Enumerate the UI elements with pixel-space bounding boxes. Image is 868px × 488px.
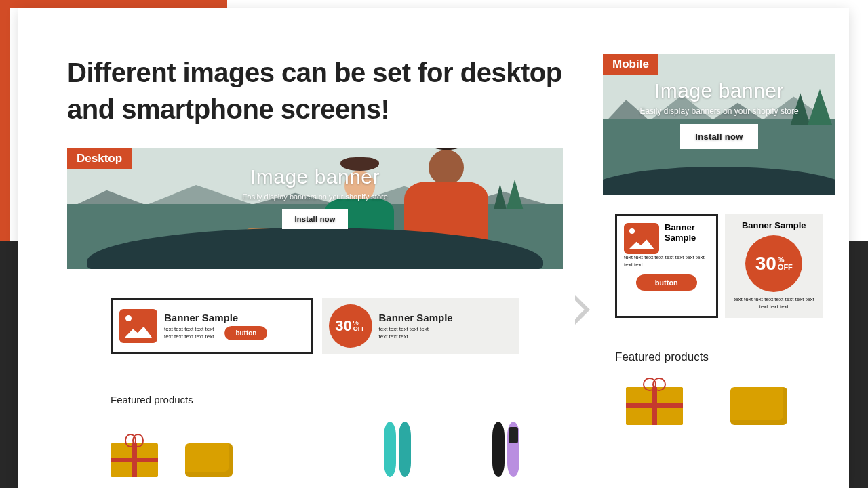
product-snowboards-1[interactable] xyxy=(384,422,411,477)
mobile-tag: Mobile xyxy=(603,54,658,75)
banner-a-button[interactable]: button xyxy=(636,274,697,291)
accent-stripe-top xyxy=(0,0,227,8)
product-gift[interactable] xyxy=(111,443,158,477)
discount-number: 30 xyxy=(755,253,776,274)
hero-subtitle: Easily display banners on your shopify s… xyxy=(176,192,454,201)
image-icon xyxy=(624,223,659,254)
product-row xyxy=(111,420,519,477)
image-icon xyxy=(119,309,157,343)
headline-text: Different images can be set for desktop … xyxy=(67,54,569,127)
hero-subtitle: Easily display banners on your shopify s… xyxy=(603,106,835,116)
banner-b-title: Banner Sample xyxy=(732,221,817,231)
banner-a-body: text text text text text text text text … xyxy=(624,254,709,269)
hero-boat xyxy=(603,167,835,195)
svg-marker-7 xyxy=(575,295,590,325)
featured-heading: Featured products xyxy=(111,394,519,405)
banner-b-title: Banner Sample xyxy=(379,312,513,323)
product-soap[interactable] xyxy=(185,443,233,477)
banner-sample-a[interactable]: Banner Sample text text text text text t… xyxy=(111,298,313,354)
svg-marker-5 xyxy=(494,184,507,209)
content-card: Different images can be set for desktop … xyxy=(18,8,849,488)
banner-sample-row-mobile: Banner Sample text text text text text t… xyxy=(615,214,823,318)
accent-stripe-left xyxy=(0,8,10,241)
hero-install-button[interactable]: Install now xyxy=(282,209,347,229)
svg-marker-6 xyxy=(507,180,524,209)
hero-title: Image banner xyxy=(176,165,454,188)
banner-a-button[interactable]: button xyxy=(224,326,267,340)
desktop-preview: Image banner Easily display banners on y… xyxy=(67,148,563,488)
banner-a-body: text text text text text text text text … xyxy=(164,326,214,341)
arrow-right-icon xyxy=(573,295,592,327)
hero-install-button[interactable]: Install now xyxy=(680,124,757,149)
product-row-mobile xyxy=(626,384,812,425)
discount-number: 30 xyxy=(335,317,351,335)
discount-badge: 30 %OFF xyxy=(329,304,372,348)
desktop-tag: Desktop xyxy=(67,148,132,169)
discount-badge: 30 %OFF xyxy=(745,235,802,292)
hero-text-block: Image banner Easily display banners on y… xyxy=(176,165,454,229)
featured-heading-mobile: Featured products xyxy=(615,350,823,364)
banner-sample-b[interactable]: 30 %OFF Banner Sample text text text tex… xyxy=(322,298,520,354)
product-gift[interactable] xyxy=(626,387,683,425)
banner-sample-row: Banner Sample text text text text text t… xyxy=(111,298,519,354)
hero-title: Image banner xyxy=(603,79,835,102)
banner-b-body: text text text text text text text text xyxy=(379,326,513,341)
banner-sample-a-mobile[interactable]: Banner Sample text text text text text t… xyxy=(615,214,718,318)
mobile-preview: Image banner Easily display banners on y… xyxy=(603,54,835,488)
banner-sample-b-mobile[interactable]: Banner Sample 30 %OFF text text text tex… xyxy=(725,214,824,318)
promo-page: Different images can be set for desktop … xyxy=(0,0,868,488)
hero-banner-mobile: Image banner Easily display banners on y… xyxy=(603,54,835,195)
product-soap[interactable] xyxy=(730,387,787,425)
product-snowboards-2[interactable] xyxy=(492,422,519,477)
banner-b-body: text text text text text text text text … xyxy=(732,296,817,311)
hero-text-block: Image banner Easily display banners on y… xyxy=(603,79,835,149)
hero-banner-desktop: Image banner Easily display banners on y… xyxy=(67,148,563,269)
banner-a-title: Banner Sample xyxy=(164,312,304,323)
